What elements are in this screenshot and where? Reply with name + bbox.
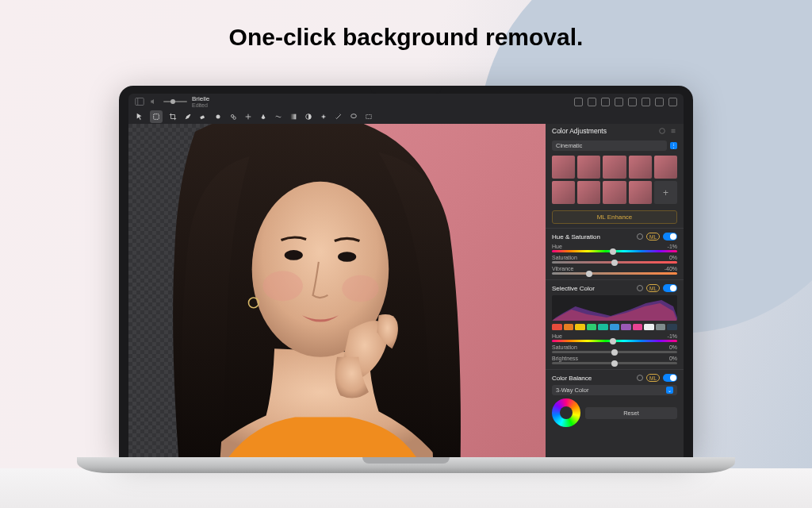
saturation-slider[interactable]: Saturation0% [552, 255, 677, 264]
reset-icon[interactable] [637, 285, 643, 291]
hue-slider[interactable]: Hue-1% [552, 244, 677, 252]
layers-icon[interactable] [574, 98, 583, 106]
svg-rect-0 [136, 98, 144, 106]
color-swatch[interactable] [598, 324, 608, 330]
person-icon[interactable] [588, 98, 596, 106]
inspector-icon[interactable] [668, 98, 677, 106]
clone-tool[interactable] [228, 112, 238, 121]
photo-subject [128, 124, 546, 457]
reset-icon[interactable] [637, 233, 643, 240]
preset-thumb[interactable] [629, 156, 652, 179]
paint-tool[interactable] [213, 112, 223, 121]
color-swatch[interactable] [564, 324, 574, 330]
brush-tool[interactable] [183, 112, 193, 121]
ml-badge: ML [646, 233, 660, 241]
warp-tool[interactable] [274, 112, 283, 121]
color-swatch[interactable] [667, 324, 677, 330]
volume-icon[interactable] [149, 97, 159, 106]
tools-toolbar [128, 110, 684, 124]
ml-badge: ML [646, 374, 660, 382]
text-icon[interactable] [601, 98, 610, 106]
color-swatch[interactable] [552, 324, 562, 330]
color-swatch[interactable] [575, 324, 585, 330]
panel-menu-icon[interactable] [669, 127, 677, 135]
color-swatch[interactable] [621, 324, 631, 330]
crop-tool[interactable] [168, 112, 178, 121]
preset-menu-icon[interactable]: ⋮ [670, 142, 677, 149]
zoom-slider[interactable] [163, 101, 187, 102]
preset-thumb[interactable] [552, 156, 575, 179]
panel-title: Color Adjustments [552, 127, 607, 135]
titlebar-actions [574, 98, 677, 106]
add-preset-button[interactable]: + [654, 181, 677, 204]
document-status: Edited [192, 102, 209, 108]
sidebar-icon[interactable] [135, 97, 144, 106]
export-icon[interactable] [628, 98, 637, 106]
adjust-tool[interactable] [304, 112, 313, 121]
selective-color-section: Selective Color ML [546, 279, 684, 369]
svg-point-9 [351, 114, 357, 118]
arrow-tool[interactable] [135, 112, 144, 121]
svg-rect-7 [291, 114, 297, 120]
reset-icon[interactable] [637, 375, 643, 381]
screen-bezel: Brielle Edited [119, 86, 693, 457]
hue-saturation-section: Hue & Saturation ML Hue-1% Saturation0% [546, 228, 684, 279]
reset-button[interactable]: Reset [585, 407, 677, 419]
preset-thumb[interactable] [629, 181, 652, 204]
preset-thumb[interactable] [603, 181, 626, 204]
add-icon[interactable] [642, 98, 650, 106]
section-toggle[interactable] [663, 233, 677, 241]
color-wheel[interactable] [552, 398, 580, 427]
balance-mode-dropdown[interactable]: 3-Way Color ⌄ [552, 385, 677, 395]
sel-saturation-slider[interactable]: Saturation0% [552, 344, 677, 353]
sel-brightness-slider[interactable]: Brightness0% [552, 356, 677, 364]
color-balance-section: Color Balance ML 3-Way Color ⌄ Reset [546, 369, 684, 429]
color-swatch[interactable] [587, 324, 597, 330]
canvas[interactable]: ✕ [128, 124, 546, 457]
preset-thumb[interactable] [603, 156, 626, 179]
section-title: Hue & Saturation [552, 233, 637, 241]
preset-thumb[interactable] [577, 181, 600, 204]
pen-tool[interactable] [259, 112, 268, 121]
svg-rect-2 [154, 114, 159, 120]
ml-badge: ML [646, 284, 660, 292]
preset-thumbnails: + [546, 153, 684, 206]
document-info: Brielle Edited [192, 95, 209, 108]
ml-enhance-button[interactable]: ML Enhance [552, 210, 677, 224]
svg-point-6 [233, 117, 236, 119]
panel-reset-icon[interactable] [658, 127, 666, 135]
panel-header: Color Adjustments [546, 124, 684, 138]
lasso-tool[interactable] [349, 112, 358, 121]
wand-tool[interactable] [334, 112, 343, 121]
laptop-mockup: Brielle Edited [119, 86, 693, 473]
eraser-tool[interactable] [198, 112, 208, 121]
effects-tool[interactable] [319, 112, 328, 121]
gradient-tool[interactable] [289, 112, 298, 121]
marquee-tool[interactable] [364, 112, 373, 121]
color-swatch[interactable] [633, 324, 643, 330]
adjustments-panel: Color Adjustments Cinematic ⋮ [546, 124, 684, 457]
color-swatch[interactable] [644, 324, 654, 330]
preset-selector[interactable]: Cinematic ⋮ [546, 138, 684, 153]
selection-tool[interactable] [150, 110, 163, 123]
titlebar: Brielle Edited [128, 94, 684, 110]
color-swatch[interactable] [656, 324, 666, 330]
repair-tool[interactable] [243, 112, 253, 121]
sel-hue-slider[interactable]: Hue-1% [552, 333, 677, 342]
svg-point-4 [216, 115, 220, 119]
section-title: Color Balance [552, 375, 637, 382]
svg-point-15 [338, 252, 356, 262]
vibrance-slider[interactable]: Vibrance-40% [552, 266, 677, 275]
section-toggle[interactable] [663, 374, 677, 382]
color-swatch[interactable] [610, 324, 620, 330]
preset-thumb[interactable] [577, 156, 600, 179]
desk-surface [0, 468, 812, 508]
preset-thumb[interactable] [552, 181, 575, 204]
preset-name: Cinematic [552, 140, 667, 151]
svg-rect-10 [366, 115, 372, 119]
preset-thumb[interactable] [654, 156, 677, 179]
info-icon[interactable] [615, 98, 623, 106]
share-icon[interactable] [655, 98, 664, 106]
section-toggle[interactable] [663, 284, 677, 292]
laptop-base [77, 457, 735, 473]
